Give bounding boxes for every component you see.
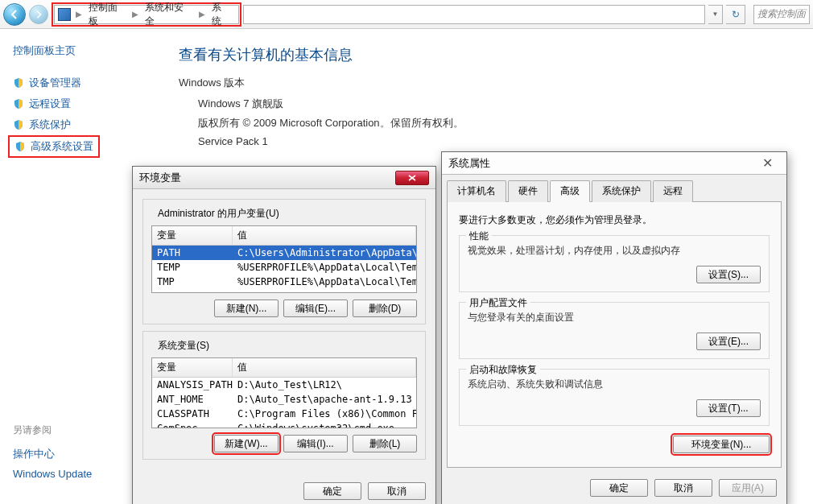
chevron-right-icon: ▶ [74, 10, 84, 19]
sidebar-item-label: 高级系统设置 [31, 139, 93, 154]
list-item[interactable]: ANALYSIS_PATH D:\Auto_Test\LR12\ [152, 378, 416, 392]
dialog-title: 环境变量 [139, 171, 181, 185]
edit-sys-var-button[interactable]: 编辑(I)... [283, 435, 348, 452]
startup-recovery-desc: 系统启动、系统失败和调试信息 [468, 378, 761, 391]
performance-label: 性能 [466, 229, 492, 243]
page-title: 查看有关计算机的基本信息 [179, 45, 794, 64]
sidebar-item-label: 设备管理器 [29, 76, 81, 90]
servicepack-value: Service Pack 1 [198, 135, 794, 147]
tab-remote[interactable]: 远程 [653, 180, 693, 202]
address-bar-remainder[interactable] [243, 5, 705, 24]
arrow-right-icon [35, 10, 43, 19]
close-icon: ✕ [762, 156, 773, 170]
chevron-right-icon: ▶ [197, 10, 207, 19]
cancel-button[interactable]: 取消 [368, 482, 426, 500]
control-panel-home-link[interactable]: 控制面板主页 [13, 43, 159, 58]
shield-icon [14, 141, 26, 152]
arrow-left-icon [10, 10, 19, 19]
tab-computer-name[interactable]: 计算机名 [447, 180, 506, 202]
sidebar-item-system-protection[interactable]: 系统保护 [13, 114, 159, 135]
dialog-title: 系统属性 [448, 156, 490, 171]
list-item[interactable]: PATH C:\Users\Administrator\AppData\... [152, 246, 416, 260]
admin-note: 要进行大多数更改，您必须作为管理员登录。 [459, 213, 770, 227]
shield-icon [13, 98, 24, 109]
nav-forward-button[interactable] [29, 5, 48, 24]
sys-vars-group-label: 系统变量(S) [155, 339, 213, 353]
dialog-titlebar[interactable]: 环境变量 [133, 167, 435, 189]
dialog-titlebar[interactable]: 系统属性 ✕ [442, 152, 786, 175]
sidebar-item-label: 远程设置 [29, 97, 71, 111]
user-vars-group-label: Administrator 的用户变量(U) [155, 207, 283, 221]
shield-icon [13, 119, 24, 130]
new-sys-var-button[interactable]: 新建(W)... [214, 435, 279, 452]
list-item[interactable]: ComSpec C:\Windows\system32\cmd.exe [152, 421, 416, 428]
performance-desc: 视觉效果，处理器计划，内存使用，以及虚拟内存 [468, 244, 761, 258]
sys-vars-list[interactable]: 变量 值 ANALYSIS_PATH D:\Auto_Test\LR12\ AN… [151, 357, 417, 428]
edition-value: Windows 7 旗舰版 [198, 97, 794, 111]
top-navigation: ▶ 控制面板 ▶ 系统和安全 ▶ 系统 ▼ ↻ 搜索控制面 [0, 0, 813, 29]
tab-system-protection[interactable]: 系统保护 [592, 180, 651, 202]
startup-recovery-settings-button[interactable]: 设置(T)... [696, 399, 761, 417]
user-vars-list[interactable]: 变量 值 PATH C:\Users\Administrator\AppData… [151, 225, 417, 293]
address-dropdown[interactable]: ▼ [708, 5, 723, 24]
chevron-right-icon: ▶ [130, 10, 140, 19]
shield-icon [13, 77, 24, 89]
performance-settings-button[interactable]: 设置(S)... [696, 266, 761, 283]
col-header-value[interactable]: 值 [233, 226, 416, 245]
user-profiles-label: 用户配置文件 [466, 296, 530, 310]
new-user-var-button[interactable]: 新建(N)... [214, 300, 279, 317]
edit-user-var-button[interactable]: 编辑(E)... [283, 300, 348, 317]
environment-variables-button[interactable]: 环境变量(N)... [673, 436, 770, 453]
sidebar-item-label: 系统保护 [29, 118, 71, 132]
close-button[interactable]: ✕ [754, 155, 780, 171]
sidebar-item-device-manager[interactable]: 设备管理器 [13, 72, 159, 93]
apply-button[interactable]: 应用(A) [719, 479, 777, 497]
startup-recovery-section: 启动和故障恢复 系统启动、系统失败和调试信息 设置(T)... [459, 369, 770, 426]
sidebar-item-advanced-system-settings[interactable]: 高级系统设置 [13, 138, 95, 155]
ok-button[interactable]: 确定 [590, 479, 648, 497]
control-panel-icon [58, 8, 71, 21]
tab-bar: 计算机名 硬件 高级 系统保护 远程 [447, 180, 782, 202]
user-profiles-desc: 与您登录有关的桌面设置 [468, 311, 761, 324]
copyright-value: 版权所有 © 2009 Microsoft Corporation。保留所有权利… [198, 116, 794, 130]
windows-edition-label: Windows 版本 [179, 76, 794, 90]
close-button[interactable] [395, 171, 429, 185]
ok-button[interactable]: 确定 [303, 482, 361, 500]
cancel-button[interactable]: 取消 [654, 479, 712, 497]
search-placeholder: 搜索控制面 [757, 7, 806, 21]
close-icon [408, 175, 416, 181]
list-item[interactable]: TMP %USERPROFILE%\AppData\Local\Temp [152, 275, 416, 289]
list-item[interactable]: TEMP %USERPROFILE%\AppData\Local\Temp [152, 260, 416, 275]
system-properties-dialog: 系统属性 ✕ 计算机名 硬件 高级 系统保护 远程 要进行大多数更改，您必须作为… [441, 151, 787, 504]
list-item[interactable]: ANT_HOME D:\Auto_Test\apache-ant-1.9.13 [152, 392, 416, 407]
performance-section: 性能 视觉效果，处理器计划，内存使用，以及虚拟内存 设置(S)... [459, 235, 770, 292]
col-header-value[interactable]: 值 [233, 358, 416, 377]
delete-user-var-button[interactable]: 删除(D) [353, 300, 417, 317]
user-profiles-section: 用户配置文件 与您登录有关的桌面设置 设置(E)... [459, 302, 770, 359]
sidebar-item-remote-settings[interactable]: 远程设置 [13, 93, 159, 114]
breadcrumb[interactable]: 系统和安全 [140, 1, 196, 28]
list-item[interactable]: CLASSPATH C:\Program Files (x86)\Common … [152, 407, 416, 421]
search-input[interactable]: 搜索控制面 [753, 5, 810, 24]
address-bar[interactable]: ▶ 控制面板 ▶ 系统和安全 ▶ 系统 [54, 5, 239, 24]
startup-recovery-label: 启动和故障恢复 [466, 363, 540, 377]
col-header-variable[interactable]: 变量 [152, 226, 233, 245]
refresh-button[interactable]: ↻ [726, 5, 745, 24]
breadcrumb[interactable]: 控制面板 [84, 1, 131, 28]
tab-advanced[interactable]: 高级 [550, 180, 590, 202]
delete-sys-var-button[interactable]: 删除(L) [353, 435, 417, 452]
env-vars-dialog: 环境变量 Administrator 的用户变量(U) 变量 值 PATH C:… [132, 166, 436, 504]
nav-back-button[interactable] [3, 3, 26, 26]
user-profiles-settings-button[interactable]: 设置(E)... [696, 333, 761, 350]
col-header-variable[interactable]: 变量 [152, 358, 233, 377]
tab-hardware[interactable]: 硬件 [508, 180, 548, 202]
breadcrumb[interactable]: 系统 [207, 1, 235, 28]
